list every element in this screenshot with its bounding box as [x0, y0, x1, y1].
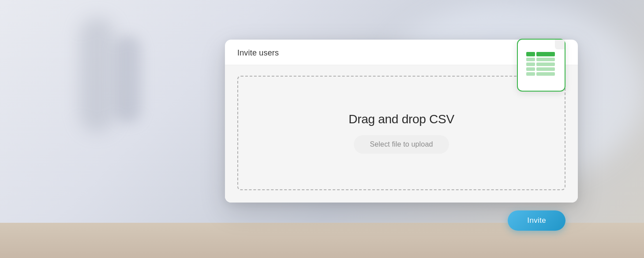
modal-footer: Invite [508, 210, 565, 231]
csv-table-graphic [526, 52, 556, 78]
invite-button[interactable]: Invite [508, 210, 565, 231]
csv-icon-wrapper [517, 39, 565, 92]
invite-users-modal: Invite users [225, 40, 578, 203]
modal-title: Invite users [237, 48, 279, 57]
bg-silhouette-2 [115, 35, 141, 123]
csv-file-icon [517, 39, 565, 92]
bg-silhouette-1 [79, 18, 115, 132]
select-file-button[interactable]: Select file to upload [354, 135, 449, 154]
drag-drop-label: Drag and drop CSV [348, 112, 454, 126]
modal-body: Drag and drop CSV Select file to upload … [225, 65, 578, 203]
file-drop-zone[interactable]: Drag and drop CSV Select file to upload [237, 76, 565, 190]
